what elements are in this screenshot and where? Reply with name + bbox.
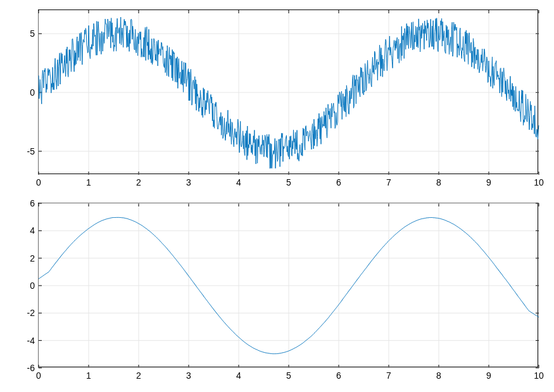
x-tick-label: 2 [136,370,141,381]
x-tick-label: 8 [436,370,441,381]
chart-top: 012345678910-505 [38,9,538,174]
x-tick-label: 10 [534,177,544,187]
x-tick-label: 2 [136,177,141,187]
chart-top-canvas [39,10,538,174]
y-tick-label: 4 [30,225,35,236]
chart-bottom-canvas [39,203,538,367]
x-tick-label: 1 [86,177,91,187]
y-tick-label: 6 [30,198,35,208]
x-tick-label: 6 [336,177,341,187]
x-tick-label: 0 [36,177,41,187]
x-tick-label: 10 [534,370,544,381]
x-tick-label: 4 [236,370,241,381]
x-tick-label: 3 [186,370,191,381]
x-tick-label: 0 [36,370,41,381]
y-tick-label: -2 [27,308,35,318]
figure: 012345678910-505 012345678910-6-4-20246 [0,0,554,392]
x-tick-label: 7 [386,370,391,381]
x-tick-label: 7 [386,177,391,187]
y-tick-label: 5 [30,28,35,39]
chart-bottom: 012345678910-6-4-20246 [38,203,538,367]
x-tick-label: 1 [86,370,91,381]
y-tick-label: 0 [30,87,35,98]
x-tick-label: 9 [486,370,491,381]
x-tick-label: 8 [436,177,441,187]
y-tick-label: -6 [27,363,35,373]
x-tick-label: 5 [286,177,291,187]
x-tick-label: 3 [186,177,191,187]
x-tick-label: 6 [336,370,341,381]
x-tick-label: 9 [486,177,491,187]
x-tick-label: 4 [236,177,241,187]
y-tick-label: 0 [30,281,35,291]
y-tick-label: -5 [27,146,35,156]
x-tick-label: 5 [286,370,291,381]
y-tick-label: -4 [27,336,35,346]
y-tick-label: 2 [30,253,35,263]
